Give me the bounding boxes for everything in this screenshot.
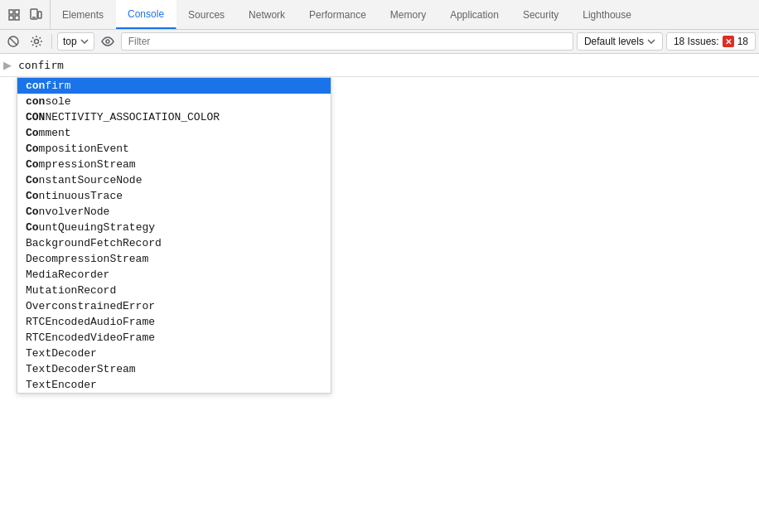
settings-button[interactable] <box>27 31 46 51</box>
svg-point-9 <box>35 40 39 44</box>
issues-button[interactable]: 18 Issues: ✕ 18 <box>666 32 756 51</box>
tab-console[interactable]: Console <box>116 0 176 29</box>
tab-performance[interactable]: Performance <box>297 0 379 29</box>
autocomplete-item[interactable]: OverconstrainedError <box>17 298 331 314</box>
console-main: ▶ confirm confirmconsoleCONNECTIVITY_ASS… <box>0 54 759 532</box>
tab-sources[interactable]: Sources <box>176 0 237 29</box>
svg-rect-0 <box>9 10 13 14</box>
autocomplete-item[interactable]: BackgroundFetchRecord <box>17 235 331 251</box>
console-toolbar: top Default levels 18 Issues: ✕ 18 <box>0 30 759 54</box>
svg-line-8 <box>10 38 17 45</box>
tab-bar: Elements Console Sources Network Perform… <box>0 0 759 30</box>
tab-bar-icons <box>0 0 51 29</box>
tab-lighthouse[interactable]: Lighthouse <box>571 0 644 29</box>
tab-memory[interactable]: Memory <box>379 0 438 29</box>
console-input-value: confirm <box>18 59 64 71</box>
device-toolbar-icon[interactable] <box>27 6 45 24</box>
svg-rect-5 <box>38 12 41 18</box>
expand-icon: ▶ <box>3 59 12 71</box>
console-input-row: ▶ confirm <box>0 54 759 77</box>
autocomplete-item[interactable]: ContinuousTrace <box>17 188 331 204</box>
autocomplete-item[interactable]: ConvolverNode <box>17 204 331 220</box>
context-selector[interactable]: top <box>57 32 94 51</box>
svg-point-10 <box>106 40 109 43</box>
svg-rect-2 <box>9 16 13 20</box>
autocomplete-item[interactable]: CountQueuingStrategy <box>17 220 331 235</box>
autocomplete-item[interactable]: RTCEncodedVideoFrame <box>17 330 331 346</box>
eye-icon-button[interactable] <box>98 31 118 51</box>
svg-rect-3 <box>15 16 19 20</box>
autocomplete-item[interactable]: RTCEncodedAudioFrame <box>17 314 331 330</box>
inspect-icon[interactable] <box>5 6 23 24</box>
autocomplete-item[interactable]: MutationRecord <box>17 283 331 298</box>
autocomplete-item[interactable]: Comment <box>17 125 331 141</box>
autocomplete-item[interactable]: console <box>17 94 331 109</box>
autocomplete-item[interactable]: CONNECTIVITY_ASSOCIATION_COLOR <box>17 109 331 125</box>
default-levels-button[interactable]: Default levels <box>577 32 663 51</box>
svg-rect-1 <box>15 10 19 14</box>
tab-security[interactable]: Security <box>511 0 571 29</box>
autocomplete-list: confirmconsoleCONNECTIVITY_ASSOCIATION_C… <box>17 77 331 394</box>
autocomplete-item[interactable]: ConstantSourceNode <box>17 172 331 188</box>
toolbar-divider <box>51 34 52 49</box>
clear-console-button[interactable] <box>3 31 23 51</box>
issues-error-icon: ✕ <box>723 36 734 47</box>
filter-input[interactable] <box>121 32 573 51</box>
autocomplete-item[interactable]: CompressionStream <box>17 157 331 172</box>
autocomplete-item[interactable]: TextDecoder <box>17 346 331 361</box>
autocomplete-container: confirmconsoleCONNECTIVITY_ASSOCIATION_C… <box>0 77 759 532</box>
autocomplete-item[interactable]: TextEncoder <box>17 377 331 393</box>
tab-application[interactable]: Application <box>438 0 511 29</box>
autocomplete-item[interactable]: TextDecoderStream <box>17 361 331 377</box>
autocomplete-item[interactable]: confirm <box>17 78 331 94</box>
autocomplete-item[interactable]: DecompressionStream <box>17 251 331 267</box>
autocomplete-item[interactable]: CompositionEvent <box>17 141 331 157</box>
tab-network[interactable]: Network <box>237 0 297 29</box>
tab-elements[interactable]: Elements <box>51 0 116 29</box>
autocomplete-item[interactable]: MediaRecorder <box>17 267 331 283</box>
